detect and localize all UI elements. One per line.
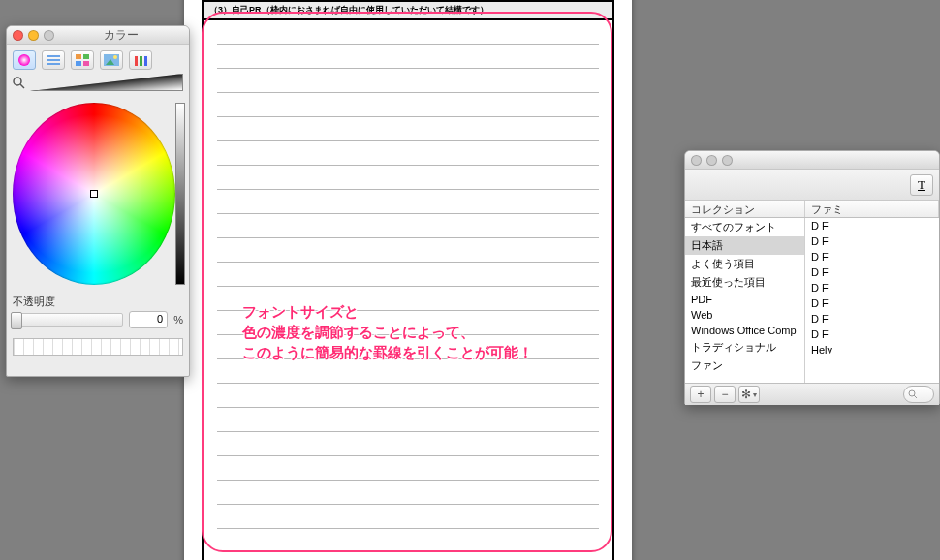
font-panel-titlebar[interactable]: [685, 151, 939, 170]
rule-line: [217, 287, 599, 311]
rule-line: [217, 190, 599, 214]
font-toolbar: T: [685, 170, 939, 201]
rule-line: [217, 93, 599, 117]
svg-point-14: [14, 78, 21, 85]
svg-rect-11: [135, 56, 138, 66]
col-header-collection[interactable]: コレクション: [685, 201, 805, 217]
svg-rect-4: [76, 54, 81, 59]
family-item[interactable]: D F: [805, 233, 939, 249]
close-traffic-light[interactable]: [691, 155, 702, 166]
document-page: （3）自己PR（枠内におさまれば自由に使用していただいて結構です）: [184, 0, 632, 560]
family-item[interactable]: D F: [805, 327, 939, 342]
tab-palettes[interactable]: [71, 50, 94, 70]
tab-image[interactable]: [100, 50, 123, 70]
color-panel-title: カラー: [59, 27, 183, 44]
rule-line: [217, 456, 599, 481]
swatch-wells[interactable]: [13, 338, 183, 356]
rule-line: [217, 45, 599, 69]
close-traffic-light[interactable]: [13, 30, 23, 41]
rule-line: [217, 311, 599, 335]
family-item[interactable]: D F: [805, 311, 939, 327]
svg-rect-7: [83, 61, 89, 66]
rule-line: [217, 166, 599, 190]
document-body[interactable]: [204, 20, 612, 560]
svg-line-15: [20, 84, 24, 88]
color-mode-tabs: [7, 45, 189, 74]
rule-line: [217, 20, 599, 45]
add-collection-button[interactable]: +: [690, 386, 711, 403]
tab-color-wheel[interactable]: [13, 50, 36, 70]
tab-crayons[interactable]: [129, 50, 152, 70]
col-header-family[interactable]: ファミ: [805, 201, 939, 217]
svg-line-17: [914, 395, 917, 398]
rule-line: [217, 69, 599, 93]
font-lists: すべてのフォント日本語よく使う項目最近使った項目PDFWebWindows Of…: [685, 218, 939, 383]
svg-rect-1: [47, 55, 60, 57]
color-wheel-area: [7, 97, 189, 291]
minimize-traffic-light[interactable]: [28, 30, 39, 41]
family-item[interactable]: D F: [805, 280, 939, 296]
document-frame: （3）自己PR（枠内におさまれば自由に使用していただいて結構です）: [202, 0, 614, 560]
collection-list[interactable]: すべてのフォント日本語よく使う項目最近使った項目PDFWebWindows Of…: [685, 218, 805, 383]
collection-item[interactable]: Web: [685, 307, 804, 323]
svg-rect-3: [47, 63, 60, 65]
svg-rect-5: [83, 54, 89, 59]
collection-item[interactable]: ファン: [685, 357, 804, 375]
opacity-row: 不透明度 0 %: [7, 291, 189, 332]
remove-collection-button[interactable]: −: [714, 386, 736, 403]
rule-line: [217, 263, 599, 287]
rule-line: [217, 505, 599, 529]
text-underline-button[interactable]: T: [910, 174, 933, 196]
family-item[interactable]: D F: [805, 296, 939, 311]
font-column-headers: コレクション ファミ: [685, 201, 939, 218]
color-panel: カラー 不透明度 0 %: [6, 25, 190, 377]
tab-sliders[interactable]: [42, 50, 65, 70]
family-item[interactable]: D F: [805, 249, 939, 264]
font-panel: T コレクション ファミ すべてのフォント日本語よく使う項目最近使った項目PDF…: [684, 150, 940, 405]
rule-line: [217, 214, 599, 238]
rule-line: [217, 432, 599, 456]
collection-item[interactable]: 日本語: [685, 236, 804, 255]
rule-line: [217, 335, 599, 359]
family-item[interactable]: D F: [805, 264, 939, 280]
svg-point-10: [113, 55, 117, 59]
rule-line: [217, 238, 599, 263]
family-item[interactable]: Helv: [805, 342, 939, 358]
color-panel-titlebar[interactable]: カラー: [7, 26, 189, 45]
font-search-field[interactable]: [903, 386, 934, 403]
collection-item[interactable]: トラディショナル: [685, 338, 804, 357]
rule-line: [217, 481, 599, 505]
collection-item[interactable]: すべてのフォント: [685, 218, 804, 236]
rule-line: [217, 384, 599, 408]
opacity-slider[interactable]: [13, 313, 123, 327]
svg-rect-6: [76, 61, 81, 66]
opacity-label: 不透明度: [13, 295, 183, 311]
svg-point-0: [18, 54, 30, 66]
rule-line: [217, 359, 599, 384]
rule-line: [217, 141, 599, 166]
svg-rect-2: [47, 59, 60, 61]
percent-label: %: [173, 314, 183, 326]
minimize-traffic-light[interactable]: [706, 155, 717, 166]
color-wheel[interactable]: [13, 103, 175, 285]
collection-item[interactable]: Windows Office Comp: [685, 323, 804, 338]
family-item[interactable]: D F: [805, 218, 939, 233]
rule-line: [217, 117, 599, 141]
svg-rect-12: [140, 56, 142, 66]
family-list[interactable]: D FD FD FD FD FD FD FD FHelv: [805, 218, 939, 383]
actions-gear-button[interactable]: ✻: [738, 386, 760, 403]
section-header: （3）自己PR（枠内におさまれば自由に使用していただいて結構です）: [204, 2, 612, 20]
current-color-strip[interactable]: [30, 74, 183, 91]
zoom-traffic-light[interactable]: [722, 155, 733, 166]
brightness-slider[interactable]: [175, 103, 185, 285]
rule-line: [217, 408, 599, 432]
opacity-value-field[interactable]: 0: [129, 311, 168, 328]
magnifier-icon[interactable]: [13, 77, 26, 89]
font-bottom-bar: + − ✻: [685, 383, 939, 405]
zoom-traffic-light[interactable]: [44, 30, 54, 41]
collection-item[interactable]: 最近使った項目: [685, 273, 804, 292]
svg-rect-13: [144, 56, 147, 66]
collection-item[interactable]: PDF: [685, 292, 804, 307]
collection-item[interactable]: よく使う項目: [685, 255, 804, 273]
magnifier-row: [7, 74, 189, 97]
